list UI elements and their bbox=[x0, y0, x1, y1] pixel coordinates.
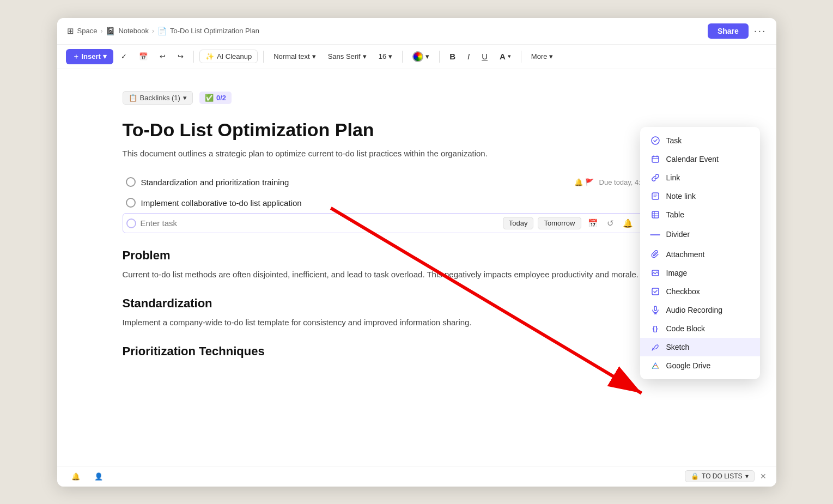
ai-icon: ✨ bbox=[205, 52, 214, 60]
bell-task-icon[interactable]: 🔔 bbox=[621, 217, 635, 229]
menu-item-audio-recording[interactable]: Audio Recording bbox=[640, 301, 760, 319]
menu-item-google-drive[interactable]: Google Drive bbox=[640, 356, 760, 375]
status-person-button[interactable]: 👤 bbox=[90, 470, 107, 483]
task-list: Standardization and prioritization train… bbox=[123, 172, 711, 233]
text-style-button[interactable]: Normal text ▾ bbox=[269, 50, 320, 63]
menu-label-divider: Divider bbox=[666, 230, 690, 239]
sketch-menu-icon bbox=[650, 343, 661, 351]
insert-dropdown-menu: Task Calendar Event Link Note link bbox=[640, 127, 760, 379]
menu-item-attachment[interactable]: Attachment bbox=[640, 245, 760, 264]
italic-button[interactable]: I bbox=[463, 50, 474, 63]
menu-label-table: Table bbox=[666, 210, 684, 219]
color-picker-button[interactable]: ▾ bbox=[408, 49, 434, 64]
menu-item-checkbox[interactable]: Checkbox bbox=[640, 282, 760, 301]
calendar-button[interactable]: 📅 bbox=[135, 50, 152, 63]
insert-button[interactable]: ＋ Insert ▾ bbox=[66, 49, 113, 64]
doc-meta: 📋 Backlinks (1) ▾ ✅ 0/2 bbox=[123, 91, 711, 105]
menu-item-calendar-event[interactable]: Calendar Event bbox=[640, 150, 760, 168]
page-icon: 📄 bbox=[157, 27, 167, 35]
section-heading-problem: Problem bbox=[123, 248, 711, 263]
code-block-menu-icon: {} bbox=[650, 324, 661, 332]
undo-button[interactable]: ↩ bbox=[155, 50, 170, 63]
calendar-event-menu-icon bbox=[650, 155, 661, 163]
menu-item-sketch[interactable]: Sketch bbox=[640, 338, 760, 356]
progress-check-icon: ✅ bbox=[205, 94, 214, 102]
svg-rect-4 bbox=[652, 193, 659, 199]
more-chevron: ▾ bbox=[549, 52, 553, 60]
color-chevron: ▾ bbox=[425, 52, 429, 60]
font-color-button[interactable]: A ▾ bbox=[495, 50, 515, 63]
task-input-row: Today Tomorrow 📅 ↺ 🔔 🚩 👤 ⋯ 🗑 bbox=[123, 213, 711, 233]
flag-icon: 🚩 bbox=[585, 178, 594, 186]
refresh-task-icon[interactable]: ↺ bbox=[605, 217, 616, 229]
menu-item-note-link[interactable]: Note link bbox=[640, 187, 760, 205]
underline-button[interactable]: U bbox=[477, 50, 492, 63]
status-bar: 🔔 👤 🔒 TO DO LISTS ▾ ✕ bbox=[57, 466, 776, 487]
task-icons-1: 🔔 🚩 bbox=[574, 178, 594, 186]
task-item: Implement collaborative to-do list appli… bbox=[123, 193, 711, 212]
font-color-chevron: ▾ bbox=[508, 53, 511, 60]
share-button[interactable]: Share bbox=[708, 23, 749, 39]
task-text-1: Standardization and prioritization train… bbox=[141, 178, 569, 187]
more-button[interactable]: More ▾ bbox=[527, 50, 558, 63]
font-button[interactable]: Sans Serif ▾ bbox=[324, 50, 371, 63]
image-menu-icon bbox=[650, 269, 661, 277]
menu-item-table[interactable]: Table bbox=[640, 205, 760, 224]
font-chevron: ▾ bbox=[363, 52, 367, 60]
check-icon: ✓ bbox=[121, 52, 127, 60]
toolbar-sep4 bbox=[439, 51, 440, 63]
menu-label-google-drive: Google Drive bbox=[666, 361, 711, 370]
progress-badge[interactable]: ✅ 0/2 bbox=[199, 92, 232, 104]
task-checkbox-1[interactable] bbox=[126, 177, 136, 187]
more-options-button[interactable]: ··· bbox=[754, 25, 767, 37]
task-text-2: Implement collaborative to-do list appli… bbox=[141, 198, 708, 208]
menu-label-image: Image bbox=[666, 269, 688, 277]
breadcrumb-sep1: › bbox=[100, 27, 102, 35]
lock-icon: 🔒 bbox=[691, 472, 699, 480]
status-tag[interactable]: 🔒 TO DO LISTS ▾ bbox=[685, 470, 754, 482]
ai-cleanup-button[interactable]: ✨ AI Cleanup bbox=[199, 50, 258, 63]
doc-title[interactable]: To-Do List Optimization Plan bbox=[123, 120, 711, 140]
redo-button[interactable]: ↪ bbox=[173, 50, 188, 63]
task-checkbox-new[interactable] bbox=[126, 218, 136, 228]
section-heading-standardization: Standardization bbox=[123, 296, 711, 311]
menu-item-task[interactable]: Task bbox=[640, 131, 760, 150]
status-tag-label: TO DO LISTS bbox=[702, 472, 742, 480]
breadcrumb-space[interactable]: Space bbox=[77, 27, 98, 35]
menu-label-attachment: Attachment bbox=[666, 250, 705, 259]
calendar-task-icon[interactable]: 📅 bbox=[586, 217, 600, 229]
task-input[interactable] bbox=[141, 218, 498, 228]
check-button[interactable]: ✓ bbox=[117, 50, 131, 63]
notebook-icon: 📓 bbox=[106, 27, 115, 35]
note-link-menu-icon bbox=[650, 192, 661, 201]
app-window: ⊞ Space › 📓 Notebook › 📄 To-Do List Opti… bbox=[57, 18, 776, 487]
task-checkbox-2[interactable] bbox=[126, 198, 136, 208]
menu-label-checkbox: Checkbox bbox=[666, 287, 700, 296]
menu-label-calendar-event: Calendar Event bbox=[666, 155, 719, 163]
text-style-chevron: ▾ bbox=[312, 52, 316, 60]
menu-item-image[interactable]: Image bbox=[640, 264, 760, 282]
menu-item-link[interactable]: Link bbox=[640, 168, 760, 187]
status-tag-chevron: ▾ bbox=[745, 472, 749, 480]
font-color-a-icon: A bbox=[500, 52, 506, 61]
status-close-button[interactable]: ✕ bbox=[760, 472, 767, 481]
backlinks-chevron: ▾ bbox=[183, 94, 187, 102]
checkbox-menu-icon bbox=[650, 287, 661, 296]
menu-item-code-block[interactable]: {} Code Block bbox=[640, 319, 760, 338]
color-circle-icon bbox=[412, 51, 423, 62]
section-text-standardization: Implement a company-wide to-do list temp… bbox=[123, 316, 711, 329]
breadcrumb-notebook[interactable]: Notebook bbox=[118, 27, 149, 35]
link-menu-icon bbox=[650, 173, 661, 182]
section-heading-prioritization: Prioritization Techniques bbox=[123, 344, 711, 359]
status-bell-button[interactable]: 🔔 bbox=[67, 470, 84, 483]
tomorrow-button[interactable]: Tomorrow bbox=[538, 217, 581, 229]
undo-icon: ↩ bbox=[160, 52, 166, 60]
backlinks-badge[interactable]: 📋 Backlinks (1) ▾ bbox=[123, 91, 193, 105]
today-button[interactable]: Today bbox=[503, 217, 534, 229]
title-bar-right: Share ··· bbox=[708, 23, 767, 39]
bold-button[interactable]: B bbox=[445, 50, 460, 63]
menu-item-divider[interactable]: — Divider bbox=[640, 224, 760, 245]
title-bar: ⊞ Space › 📓 Notebook › 📄 To-Do List Opti… bbox=[57, 18, 776, 45]
font-size-button[interactable]: 16 ▾ bbox=[374, 50, 397, 63]
calendar-icon: 📅 bbox=[139, 52, 148, 60]
